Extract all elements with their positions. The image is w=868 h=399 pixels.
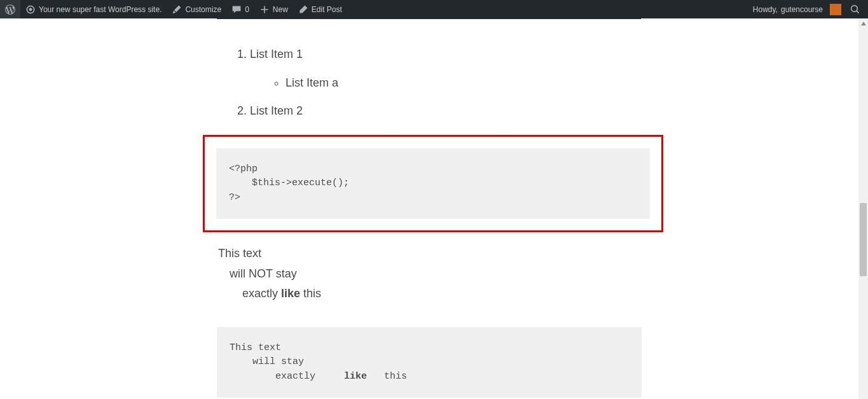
comment-icon (231, 4, 242, 15)
site-name-menu[interactable]: Your new super fast WordPress site. (20, 0, 167, 18)
list-item: List Item a (286, 73, 642, 93)
admin-bar-left: Your new super fast WordPress site. Cust… (0, 0, 347, 18)
howdy-prefix: Howdy, (753, 5, 778, 14)
wp-logo-menu[interactable] (0, 0, 20, 18)
customize-link[interactable]: Customize (167, 0, 226, 18)
brush-icon (172, 4, 182, 15)
highlighted-code-wrapper: <?php $this->execute(); ?> (203, 135, 663, 233)
site-icon (25, 4, 36, 15)
list-item: List Item 1 List Item a (250, 45, 642, 92)
text-line: will NOT stay (230, 264, 642, 284)
text-line: exactly like this (242, 284, 642, 304)
pre-line: exactly like this (230, 371, 407, 382)
pre-line: This text (230, 342, 281, 353)
scrollbar-thumb[interactable] (860, 203, 867, 276)
ordered-list: List Item 1 List Item a List Item 2 (217, 45, 642, 121)
customize-label: Customize (185, 5, 221, 14)
new-content-link[interactable]: New (254, 0, 293, 18)
preformatted-block: This text will stay exactly like this (217, 327, 642, 398)
scrollbar-track[interactable] (858, 18, 868, 399)
collapsed-whitespace-paragraph: This text will NOT stay exactly like thi… (218, 244, 642, 304)
text-line: This text (218, 244, 642, 264)
list-item: List Item 2 (250, 101, 642, 121)
svg-point-1 (29, 8, 32, 11)
content-top-divider (217, 18, 641, 19)
avatar (830, 4, 841, 15)
plus-icon (259, 4, 270, 15)
pre-line: will stay (230, 356, 304, 367)
admin-bar-right: Howdy, gutencourse (748, 0, 868, 18)
code-block: <?php $this->execute(); ?> (216, 148, 650, 220)
comments-link[interactable]: 0 (226, 0, 254, 18)
new-label: New (273, 5, 288, 14)
my-account-link[interactable]: Howdy, gutencourse (748, 0, 846, 18)
wordpress-icon (5, 4, 15, 15)
post-content: List Item 1 List Item a List Item 2 <?ph… (217, 45, 642, 399)
pencil-icon (298, 4, 308, 15)
list-item-label: List Item a (286, 76, 338, 89)
scroll-up-arrow[interactable] (858, 18, 868, 28)
comments-count: 0 (245, 5, 249, 14)
page-viewport: List Item 1 List Item a List Item 2 <?ph… (0, 18, 858, 399)
nested-list: List Item a (250, 73, 642, 93)
list-item-label: List Item 1 (250, 48, 303, 60)
site-title-label: Your new super fast WordPress site. (39, 5, 162, 14)
search-icon (850, 4, 860, 15)
howdy-username: gutencourse (781, 5, 823, 14)
admin-search-toggle[interactable] (846, 0, 864, 18)
edit-post-link[interactable]: Edit Post (293, 0, 347, 18)
list-item-label: List Item 2 (250, 104, 303, 117)
wp-admin-bar: Your new super fast WordPress site. Cust… (0, 0, 868, 18)
edit-post-label: Edit Post (312, 5, 342, 14)
